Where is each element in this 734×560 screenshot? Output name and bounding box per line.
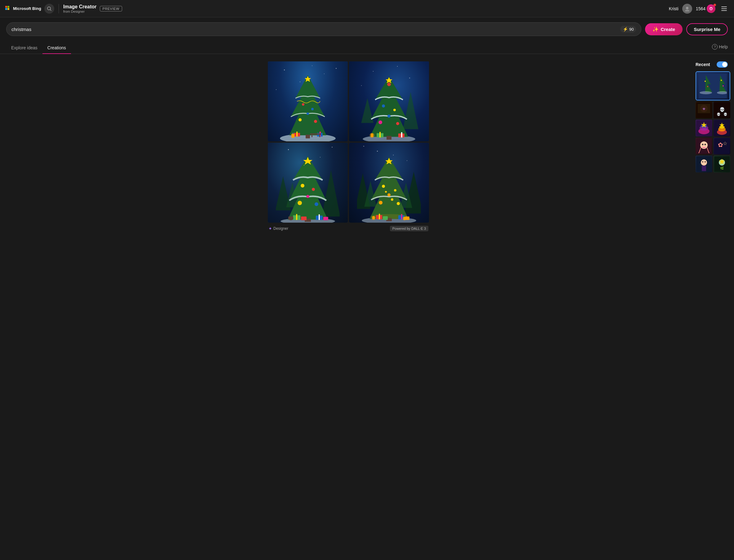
svg-rect-3	[7, 8, 9, 10]
recent-label: Recent	[696, 62, 710, 67]
svg-rect-86	[383, 216, 388, 220]
recent-row-3	[696, 120, 728, 136]
svg-rect-0	[5, 6, 7, 8]
svg-rect-85	[379, 214, 380, 219]
svg-rect-88	[401, 214, 402, 219]
image-cell-4[interactable]	[349, 143, 429, 223]
boost-count: 90	[629, 27, 634, 32]
hamburger-line-1	[721, 7, 727, 7]
svg-point-78	[387, 193, 390, 196]
designer-text: Designer	[274, 226, 288, 231]
svg-point-6	[686, 7, 688, 9]
image-cell-1[interactable]	[268, 61, 348, 141]
hamburger-icon[interactable]	[719, 4, 729, 14]
svg-point-13	[311, 108, 314, 110]
svg-point-52	[301, 184, 305, 187]
svg-point-99	[705, 81, 706, 82]
svg-point-76	[379, 201, 382, 204]
recent-row-2: 👾 💀 💀 💀	[696, 102, 728, 118]
svg-text:💀: 💀	[723, 112, 727, 116]
bing-logo[interactable]: Microsoft Bing	[5, 6, 41, 12]
svg-rect-27	[319, 135, 320, 137]
svg-point-102	[723, 85, 724, 87]
app-subtitle: from Designer	[63, 10, 97, 13]
help-link[interactable]: ? Help	[712, 44, 728, 52]
svg-rect-61	[301, 216, 307, 220]
tabs-section: Explore ideas Creations ? Help	[0, 41, 734, 54]
svg-rect-26	[312, 135, 313, 137]
image-footer: ✦ Designer Powered by DALL·E 3	[268, 226, 429, 231]
svg-point-16	[307, 112, 309, 115]
svg-rect-60	[296, 214, 297, 220]
user-name[interactable]: Kristi	[669, 6, 678, 11]
svg-point-15	[314, 120, 317, 123]
svg-point-37	[387, 114, 390, 118]
tab-explore[interactable]: Explore ideas	[6, 42, 42, 54]
images-grid	[268, 61, 429, 223]
help-icon: ?	[712, 44, 718, 50]
recent-thumb-anime-1[interactable]	[696, 138, 712, 154]
svg-point-129	[701, 159, 707, 166]
recent-grid: 👾 💀 💀 💀	[696, 71, 728, 172]
hamburger-line-2	[721, 8, 727, 9]
coins-icon[interactable]	[707, 4, 715, 13]
svg-text:✿: ✿	[718, 141, 723, 148]
recent-thumb-anime-2[interactable]: ✿ ☆	[714, 138, 730, 154]
surprise-label: Surprise Me	[694, 27, 720, 32]
designer-label: ✦ Designer	[269, 226, 288, 231]
svg-point-35	[378, 120, 382, 124]
svg-rect-25	[310, 133, 321, 135]
svg-point-14	[299, 118, 302, 121]
brand-title: Image Creator from Designer	[63, 4, 97, 13]
svg-point-131	[702, 161, 703, 162]
svg-marker-11	[289, 75, 327, 135]
svg-point-36	[396, 122, 399, 125]
svg-rect-45	[371, 133, 373, 137]
hamburger-line-3	[721, 10, 727, 11]
recent-thumb-colorful-2[interactable]	[714, 120, 730, 136]
recent-thumb-mixed-2[interactable]: 🌿	[714, 156, 730, 172]
toggle-knob	[722, 62, 727, 67]
svg-rect-41	[379, 132, 380, 137]
coins-display: 1564	[696, 4, 715, 13]
user-avatar[interactable]	[682, 4, 692, 14]
tab-creations[interactable]: Creations	[42, 42, 71, 54]
svg-text:💀: 💀	[719, 107, 725, 112]
svg-rect-1	[7, 6, 9, 8]
tab-explore-label: Explore ideas	[11, 45, 38, 50]
svg-point-53	[312, 188, 315, 191]
preview-badge: PREVIEW	[100, 6, 122, 11]
svg-rect-43	[401, 132, 402, 137]
help-label: Help	[719, 44, 728, 49]
recent-thumb-dark-1[interactable]: 👾	[696, 102, 712, 118]
svg-rect-20	[296, 131, 298, 136]
image-cell-3[interactable]	[268, 143, 348, 223]
svg-point-34	[393, 109, 396, 111]
svg-text:🌿: 🌿	[720, 166, 724, 170]
search-section: christmas ⚡ 90 ✨ Create Surprise Me	[0, 17, 734, 41]
image-cell-2[interactable]	[349, 61, 429, 141]
create-icon: ✨	[652, 26, 659, 32]
svg-point-55	[315, 202, 318, 206]
svg-point-74	[382, 184, 385, 188]
recent-thumb-mixed-1[interactable]	[696, 156, 712, 172]
bing-logo-icon	[5, 6, 11, 12]
svg-point-124	[705, 144, 706, 145]
svg-text:☆: ☆	[723, 141, 727, 146]
create-label: Create	[661, 27, 675, 32]
recent-thumb-dark-2[interactable]: 💀 💀 💀	[714, 102, 730, 118]
recent-toggle[interactable]	[717, 61, 728, 68]
svg-rect-66	[288, 216, 293, 219]
svg-marker-30	[403, 92, 418, 129]
svg-rect-39	[386, 136, 391, 140]
svg-point-12	[302, 103, 305, 105]
svg-rect-91	[372, 216, 375, 219]
recent-thumb-large-1[interactable]	[696, 71, 730, 100]
create-button[interactable]: ✨ Create	[645, 23, 683, 35]
coins-count: 1564	[696, 6, 705, 11]
recent-thumb-colorful-1[interactable]	[696, 120, 712, 136]
surprise-button[interactable]: Surprise Me	[686, 23, 728, 35]
search-icon-header[interactable]	[44, 4, 54, 14]
svg-rect-23	[292, 134, 295, 138]
search-input[interactable]: christmas	[11, 27, 618, 32]
